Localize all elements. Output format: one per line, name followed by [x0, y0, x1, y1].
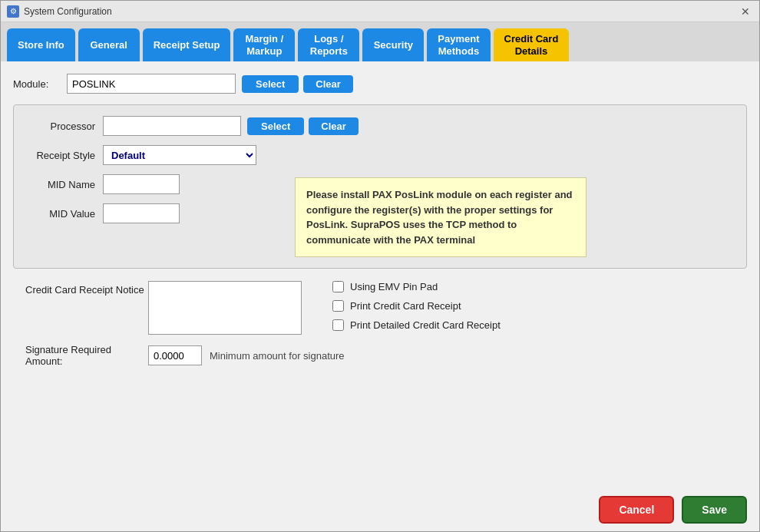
- print-detailed-label: Print Detailed Credit Card Receipt: [350, 319, 501, 331]
- emv-checkbox[interactable]: [332, 281, 344, 292]
- tab-logs-reports[interactable]: Logs /Reports: [298, 28, 359, 61]
- signature-row: Signature Required Amount: Minimum amoun…: [25, 344, 735, 367]
- processor-row: Processor Select Clear: [26, 116, 734, 136]
- processor-label: Processor: [26, 121, 103, 132]
- receipt-style-select[interactable]: Default Style1 Style2: [103, 145, 256, 165]
- credit-card-receipt-textarea[interactable]: [148, 281, 302, 335]
- processor-input[interactable]: [103, 116, 241, 136]
- emv-checkbox-row[interactable]: Using EMV Pin Pad: [332, 281, 501, 292]
- tab-general[interactable]: General: [78, 28, 140, 61]
- print-cc-checkbox[interactable]: [332, 300, 344, 312]
- mid-value-input[interactable]: [103, 203, 180, 223]
- print-cc-label: Print Credit Card Receipt: [350, 300, 461, 312]
- module-row: Module: Select Clear: [13, 74, 747, 94]
- inner-panel: Processor Select Clear Receipt Style Def…: [13, 104, 747, 269]
- print-detailed-checkbox-row[interactable]: Print Detailed Credit Card Receipt: [332, 319, 501, 331]
- tab-credit-card-details[interactable]: Credit CardDetails: [494, 28, 570, 61]
- tab-receipt-setup[interactable]: Receipt Setup: [143, 28, 231, 61]
- receipt-style-label: Receipt Style: [26, 150, 103, 161]
- info-box: Please install PAX PosLink module on eac…: [295, 177, 587, 257]
- emv-label: Using EMV Pin Pad: [350, 281, 438, 292]
- tab-margin-markup[interactable]: Margin /Markup: [233, 28, 295, 61]
- main-window: ⚙ System Configuration ✕ Store Info Gene…: [0, 0, 760, 532]
- close-button[interactable]: ✕: [738, 4, 753, 19]
- tab-store-info[interactable]: Store Info: [7, 28, 75, 61]
- print-cc-checkbox-row[interactable]: Print Credit Card Receipt: [332, 300, 501, 312]
- bottom-section: Credit Card Receipt Notice Using EMV Pin…: [13, 281, 747, 367]
- tab-payment-methods[interactable]: PaymentMethods: [427, 28, 490, 61]
- main-content: Module: Select Clear Processor Select Cl…: [1, 61, 759, 488]
- mid-name-label: MID Name: [26, 179, 103, 190]
- module-label: Module:: [13, 78, 67, 90]
- credit-card-receipt-row: Credit Card Receipt Notice Using EMV Pin…: [25, 281, 735, 335]
- save-button[interactable]: Save: [682, 496, 747, 524]
- receipt-style-row: Receipt Style Default Style1 Style2: [26, 145, 734, 165]
- mid-value-row: MID Value: [26, 203, 180, 223]
- title-bar: ⚙ System Configuration ✕: [1, 1, 759, 22]
- module-clear-button[interactable]: Clear: [303, 75, 353, 93]
- signature-input[interactable]: [148, 345, 202, 365]
- cancel-button[interactable]: Cancel: [599, 496, 674, 524]
- footer: Cancel Save: [1, 488, 759, 531]
- credit-card-receipt-label: Credit Card Receipt Notice: [25, 281, 148, 296]
- tab-security[interactable]: Security: [362, 28, 424, 61]
- mid-value-label: MID Value: [26, 208, 103, 220]
- checkboxes-group: Using EMV Pin Pad Print Credit Card Rece…: [332, 281, 501, 331]
- window-title: System Configuration: [24, 6, 738, 17]
- print-detailed-checkbox[interactable]: [332, 319, 344, 331]
- module-input[interactable]: [67, 74, 236, 94]
- module-select-button[interactable]: Select: [242, 75, 299, 93]
- mid-name-input[interactable]: [103, 174, 180, 194]
- signature-hint: Minimum amount for signature: [210, 350, 345, 362]
- window-icon: ⚙: [7, 5, 19, 18]
- signature-label: Signature Required Amount:: [25, 344, 148, 367]
- tab-bar: Store Info General Receipt Setup Margin …: [1, 22, 759, 61]
- processor-clear-button[interactable]: Clear: [309, 117, 359, 135]
- processor-select-button[interactable]: Select: [247, 117, 304, 135]
- mid-name-row: MID Name: [26, 174, 180, 194]
